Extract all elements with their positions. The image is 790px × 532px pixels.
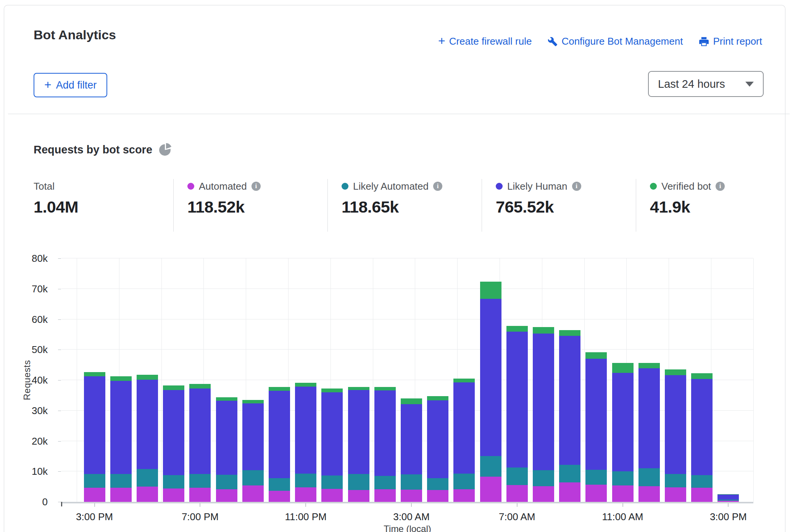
stat-verified-bot-label: Verified bot — [661, 181, 711, 192]
y-tick-mark — [58, 471, 61, 472]
y-tick-mark — [58, 411, 61, 411]
bar-segment-verified-bot — [585, 352, 607, 359]
bar-segment-likely-human — [189, 389, 211, 474]
x-gridline — [584, 258, 585, 502]
bar-segment-likely-automated — [585, 470, 607, 485]
bar-segment-verified-bot — [533, 327, 554, 334]
bar-segment-verified-bot — [137, 375, 158, 380]
y-tick-mark — [58, 289, 61, 289]
x-tick-mark — [200, 503, 200, 507]
section-title-row: Requests by bot score — [34, 143, 171, 156]
bar-segment-likely-human — [453, 382, 475, 473]
bar-segment-verified-bot — [612, 363, 634, 373]
bar-segment-verified-bot — [638, 363, 660, 368]
bar-segment-likely-automated — [453, 474, 475, 489]
x-gridline — [753, 258, 754, 502]
bar-segment-likely-human — [612, 373, 634, 471]
configure-bot-management-link[interactable]: Configure Bot Management — [548, 35, 683, 47]
x-tick-mark — [411, 503, 412, 507]
info-icon[interactable]: i — [433, 182, 442, 191]
configure-bot-management-label: Configure Bot Management — [561, 35, 683, 47]
bar-segment-likely-automated — [638, 468, 660, 486]
bar-segment-automated — [189, 488, 211, 502]
bar-segment-likely-automated — [612, 471, 634, 485]
y-gridline — [61, 258, 753, 258]
bar-segment-verified-bot — [427, 396, 448, 400]
info-icon[interactable]: i — [716, 182, 725, 191]
bar-segment-verified-bot — [480, 282, 501, 299]
bar-segment-likely-human — [691, 379, 713, 475]
y-tick-mark — [58, 350, 61, 350]
y-tick-label: 50k — [32, 344, 48, 356]
bar-segment-automated — [480, 477, 501, 502]
stat-likely-automated-label: Likely Automated — [353, 181, 429, 192]
bar-segment-likely-human — [348, 390, 369, 474]
print-report-label: Print report — [713, 35, 762, 47]
bar-segment-likely-human — [374, 390, 396, 476]
x-tick-mark — [94, 503, 95, 507]
stat-total: Total 1.04M — [34, 180, 171, 216]
bar-segment-likely-automated — [374, 476, 396, 489]
add-filter-button[interactable]: + Add filter — [34, 73, 107, 97]
y-tick-label: 60k — [32, 313, 48, 325]
stat-divider — [636, 179, 636, 232]
bar-segment-automated — [216, 489, 237, 502]
bar-segment-likely-human — [559, 336, 580, 465]
x-tick-mark — [517, 503, 518, 507]
header-divider — [8, 114, 790, 114]
x-axis-line — [61, 502, 753, 503]
bar-segment-likely-human — [110, 381, 132, 474]
x-gridline — [77, 258, 77, 502]
info-icon[interactable]: i — [252, 182, 261, 191]
stat-total-value: 1.04M — [34, 198, 171, 216]
bar-segment-verified-bot — [401, 398, 422, 404]
bar-segment-likely-human — [295, 387, 316, 474]
bar-segment-likely-human — [533, 334, 554, 470]
create-firewall-rule-link[interactable]: + Create firewall rule — [438, 35, 532, 47]
bar-segment-likely-automated — [665, 474, 686, 487]
bar-segment-likely-automated — [427, 478, 448, 490]
bar-segment-verified-bot — [163, 385, 184, 390]
time-range-select[interactable]: Last 24 hours — [648, 71, 764, 97]
bar-segment-verified-bot — [110, 376, 132, 380]
bar-segment-automated — [374, 489, 396, 502]
likely-automated-legend-dot — [342, 183, 348, 190]
requests-by-bot-score-chart — [61, 258, 753, 502]
bar-segment-automated — [269, 491, 290, 502]
bar-segment-likely-human — [321, 392, 343, 476]
bar-segment-automated — [84, 488, 105, 502]
y-gridline — [61, 289, 753, 289]
y-tick-label: 20k — [32, 435, 48, 447]
bar-segment-automated — [137, 487, 158, 502]
verified-bot-legend-dot — [650, 183, 657, 190]
bar-segment-likely-human — [480, 299, 501, 456]
stat-likely-human: Likely Human i 765.52k — [496, 180, 633, 216]
y-tick-label: 0 — [42, 496, 48, 508]
bar-segment-likely-human — [506, 332, 528, 468]
stat-likely-human-value: 765.52k — [496, 198, 633, 216]
bot-analytics-page: Bot Analytics + Create firewall rule Con… — [0, 0, 790, 532]
stat-likely-human-label: Likely Human — [507, 181, 568, 192]
bar-segment-likely-human — [216, 401, 237, 475]
bar-segment-automated — [295, 487, 316, 502]
bar-segment-likely-automated — [84, 474, 105, 488]
y-gridline — [61, 349, 753, 350]
plus-icon: + — [438, 35, 445, 47]
automated-legend-dot — [187, 183, 194, 190]
stat-divider — [173, 179, 174, 232]
bar-segment-verified-bot — [295, 383, 316, 387]
bar-segment-likely-human — [665, 375, 686, 474]
bar-segment-likely-human — [717, 495, 739, 500]
x-tick-label: 11:00 PM — [285, 511, 326, 523]
bar-segment-likely-automated — [321, 476, 343, 489]
info-icon[interactable]: i — [572, 182, 581, 191]
bar-segment-likely-automated — [189, 474, 211, 488]
bar-segment-automated — [401, 490, 422, 502]
chevron-down-icon — [745, 82, 754, 87]
stat-automated-value: 118.52k — [187, 198, 325, 216]
bar-segment-likely-human — [163, 390, 184, 475]
plus-icon: + — [44, 79, 52, 91]
print-report-link[interactable]: Print report — [699, 35, 762, 47]
bar-segment-likely-automated — [269, 478, 290, 491]
bar-segment-verified-bot — [348, 387, 369, 390]
